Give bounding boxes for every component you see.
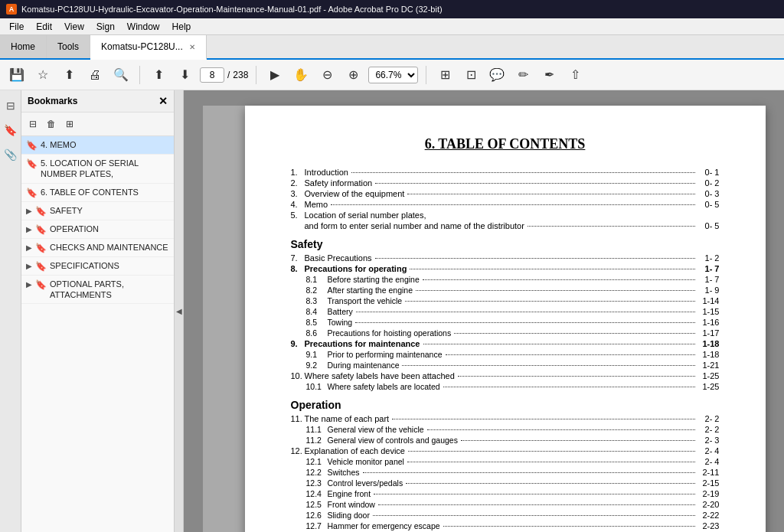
zoom-in-button[interactable]: ⊕	[342, 64, 364, 86]
bookmark-label-operation: OPERATION	[50, 224, 99, 234]
toc-item-12: 12. Explanation of each device 2- 4	[291, 446, 720, 455]
toc-item-8-6: 8.6 Precautions for hoisting operations …	[306, 328, 720, 338]
bookmarks-icon[interactable]: 🔖	[2, 121, 20, 139]
bookmarks-options-button[interactable]: ⊞	[61, 116, 78, 132]
menu-view[interactable]: View	[58, 20, 90, 34]
share-button[interactable]: ⇧	[564, 64, 586, 86]
zoom-out-button[interactable]: ⊖	[316, 64, 338, 86]
bookmark-label-optional: OPTIONAL PARTS, ATTACHMENTS	[50, 279, 169, 301]
bookmark-item-checks[interactable]: ▶ 🔖 CHECKS AND MAINTENANCE	[21, 239, 174, 257]
title-bar: A Komatsu-PC128UU-Hydraulic-Excavator-Op…	[0, 0, 784, 18]
menu-edit[interactable]: Edit	[30, 20, 58, 34]
toc-item-8-5: 8.5 Towing 1-16	[306, 318, 720, 327]
page-separator: /	[227, 70, 230, 80]
tab-close-button[interactable]: ✕	[189, 43, 195, 51]
toc-item-11-1: 11.1 General view of the vehicle 2- 2	[306, 425, 720, 434]
toc-item-9-2: 9.2 During maintenance 1-21	[306, 361, 720, 370]
bookmark-item-serial[interactable]: 🔖 5. LOCATION OF SERIAL NUMBER PLATES,	[21, 155, 174, 184]
toolbar-sep-1	[139, 66, 140, 84]
find-button[interactable]: 🔍	[110, 64, 132, 86]
hand-tool-button[interactable]: ✋	[290, 64, 312, 86]
bookmark-arrow-operation: ▶	[26, 225, 32, 233]
close-bookmarks-button[interactable]: ✕	[158, 95, 168, 107]
bookmark-item-toc[interactable]: 🔖 6. TABLE OF CONTENTS	[21, 184, 174, 202]
collapse-arrow-icon: ◀	[176, 307, 182, 315]
menu-sign[interactable]: Sign	[90, 20, 121, 34]
pen-button[interactable]: ✏	[512, 64, 534, 86]
safety-heading: Safety	[291, 238, 720, 250]
bookmark-icon-optional: 🔖	[35, 279, 47, 290]
rotate-button[interactable]: ⊡	[460, 64, 482, 86]
highlight-button[interactable]: ✒	[538, 64, 560, 86]
tab-tools[interactable]: Tools	[47, 35, 90, 58]
page-view-icon[interactable]: ⊟	[2, 96, 20, 115]
bookmark-arrow-specs: ▶	[26, 262, 32, 270]
toc-item-8-1: 8.1 Before starting the engine 1- 7	[306, 275, 720, 284]
next-page-button[interactable]: ⬇	[174, 64, 195, 86]
menu-window[interactable]: Window	[121, 20, 166, 34]
bookmark-item-specs[interactable]: ▶ 🔖 SPECIFICATIONS	[21, 257, 174, 276]
app-icon: A	[6, 4, 17, 15]
bookmark-label-serial: 5. LOCATION OF SERIAL NUMBER PLATES,	[41, 158, 169, 180]
bookmark-item-optional[interactable]: ▶ 🔖 OPTIONAL PARTS, ATTACHMENTS	[21, 276, 174, 305]
toc-item-9: 9. Precautions for maintenance 1-18	[291, 339, 720, 348]
toolbar: 💾 ☆ ⬆ 🖨 🔍 ⬆ ⬇ / 238 ▶ ✋ ⊖ ⊕ 50% 66.7% 75…	[0, 60, 784, 90]
bookmarks-title: Bookmarks	[28, 96, 77, 106]
bookmark-item-memo[interactable]: 🔖 4. MEMO	[21, 136, 174, 155]
zoom-select[interactable]: 50% 66.7% 75% 100% 125% 150% 200%	[368, 67, 418, 83]
print-button[interactable]: 🖨	[84, 64, 106, 86]
toc-item-8-3: 8.3 Transport the vehicle 1-14	[306, 296, 720, 305]
page-number-input[interactable]	[200, 67, 224, 83]
toc-item-12-3: 12.3 Control levers/pedals 2-15	[306, 478, 720, 488]
menu-bar: File Edit View Sign Window Help	[0, 18, 784, 35]
toolbar-sep-3	[426, 66, 426, 84]
toc-item-4: 4. Memo 0- 5	[291, 200, 720, 209]
bookmark-list: 🔖 4. MEMO 🔖 5. LOCATION OF SERIAL NUMBER…	[21, 136, 174, 532]
tab-bar: Home Tools Komatsu-PC128U... ✕	[0, 35, 784, 60]
bookmark-button[interactable]: ☆	[32, 64, 54, 86]
fit-page-button[interactable]: ⊞	[434, 64, 456, 86]
page-total: 238	[233, 70, 248, 80]
toc-item-5b: and form to enter serial number and name…	[291, 221, 720, 230]
toc-item-10: 10. Where safety labels have been attach…	[291, 371, 720, 380]
title-bar-text: Komatsu-PC128UU-Hydraulic-Excavator-Oper…	[21, 5, 443, 14]
toc-item-12-2: 12.2 Switches 2-11	[306, 468, 720, 477]
upload-button[interactable]: ⬆	[58, 64, 80, 86]
bookmark-icon-safety: 🔖	[35, 206, 47, 217]
tab-doc[interactable]: Komatsu-PC128U... ✕	[90, 35, 207, 60]
toc-operation-section: 11. The name of each part 2- 2 11.1 Gene…	[291, 414, 720, 532]
pdf-page: 6. TABLE OF CONTENTS 1. Introduction 0- …	[245, 106, 766, 532]
bookmark-icon-serial: 🔖	[26, 158, 38, 169]
toc-item-8-4: 8.4 Battery 1-15	[306, 307, 720, 316]
toc-item-7: 7. Basic Precautions 1- 2	[291, 253, 720, 263]
main-area: ⊟ 🔖 📎 Bookmarks ✕ ⊟ 🗑 ⊞ 🔖 4. MEMO 🔖 5.	[0, 90, 784, 532]
toc-item-2: 2. Safety information 0- 2	[291, 178, 720, 188]
toc-item-11: 11. The name of each part 2- 2	[291, 414, 720, 423]
prev-page-button[interactable]: ⬆	[148, 64, 169, 86]
bookmark-icon-checks: 🔖	[35, 243, 47, 253]
bookmark-icon-memo: 🔖	[26, 140, 38, 151]
comment-button[interactable]: 💬	[486, 64, 508, 86]
bookmark-arrow-optional: ▶	[26, 280, 32, 289]
menu-help[interactable]: Help	[166, 20, 198, 34]
save-button[interactable]: 💾	[6, 64, 28, 86]
toc-item-9-1: 9.1 Prior to performing maintenance 1-18	[306, 350, 720, 359]
bookmarks-view-button[interactable]: ⊟	[24, 116, 41, 132]
content-area: 6. TABLE OF CONTENTS 1. Introduction 0- …	[184, 90, 784, 532]
select-tool-button[interactable]: ▶	[264, 64, 286, 86]
collapse-panel[interactable]: ◀	[175, 90, 184, 532]
menu-file[interactable]: File	[3, 20, 30, 34]
toc-item-8-2: 8.2 After starting the engine 1- 9	[306, 286, 720, 295]
attachments-icon[interactable]: 📎	[2, 145, 20, 164]
tab-home[interactable]: Home	[0, 35, 47, 58]
toc-safety-section: 7. Basic Precautions 1- 2 8. Precautions…	[291, 253, 720, 391]
bookmark-arrow-safety: ▶	[26, 207, 32, 215]
toc-item-3: 3. Overview of the equipment 0- 3	[291, 189, 720, 198]
bookmark-item-safety[interactable]: ▶ 🔖 SAFETY	[21, 202, 174, 220]
operation-heading: Operation	[291, 399, 720, 411]
bookmark-item-operation[interactable]: ▶ 🔖 OPERATION	[21, 220, 174, 239]
bookmarks-delete-button[interactable]: 🗑	[43, 116, 60, 132]
header-actions: ✕	[158, 95, 168, 107]
toc-item-12-7: 12.7 Hammer for emergency escape 2-23	[306, 521, 720, 530]
bookmark-icon-operation: 🔖	[35, 224, 47, 235]
